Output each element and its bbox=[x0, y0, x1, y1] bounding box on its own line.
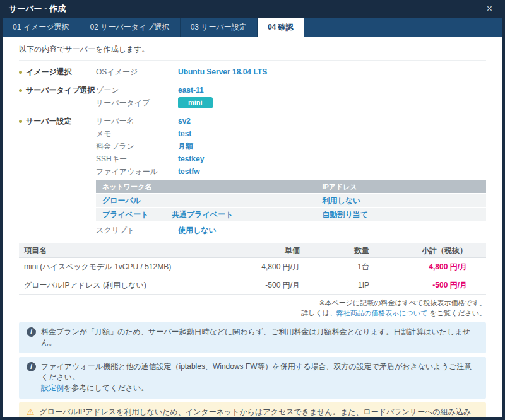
section-server-type-rows: ゾーン east-11 サーバータイプ mini bbox=[96, 85, 486, 110]
firewall-note-line1: ファイアウォール機能と他の通信設定（iptables、Windows FW等）を… bbox=[41, 362, 472, 382]
info-icon bbox=[27, 327, 36, 337]
plan-value: 月額 bbox=[178, 141, 193, 152]
server-type-label: サーバータイプ bbox=[96, 98, 178, 108]
unit-price-header: 単価 bbox=[205, 245, 300, 256]
script-value: 使用しない bbox=[178, 225, 217, 236]
pricing-table: 項目名 単価 数量 小計（税抜） mini (ハイスペックモデル 1vCPU /… bbox=[19, 243, 486, 295]
summary-row-server-name: サーバー名 sv2 bbox=[96, 115, 486, 127]
item-name: mini (ハイスペックモデル 1vCPU / 512MB) bbox=[19, 262, 205, 272]
firewall-label: ファイアウォール bbox=[96, 166, 178, 177]
server-name-value: sv2 bbox=[178, 117, 191, 125]
confirm-panel: 以下の内容でサーバーを作成します。 イメージ選択 OSイメージ Ubuntu S… bbox=[3, 37, 502, 417]
firewall-note-text: ファイアウォール機能と他の通信設定（iptables、Windows FW等）を… bbox=[41, 361, 478, 394]
wizard-tabbar: 01 イメージ選択 02 サーバータイプ選択 03 サーバー設定 04 確認 bbox=[3, 18, 502, 37]
ssh-key-label: SSHキー bbox=[96, 154, 178, 165]
ip-address-header: IPアドレス bbox=[322, 182, 486, 192]
tab-image-select[interactable]: 01 イメージ選択 bbox=[3, 18, 80, 37]
network-ip-value: 利用しない bbox=[322, 195, 486, 206]
section-bullet-icon bbox=[19, 71, 22, 74]
item-name: グローバルIPアドレス (利用しない) bbox=[19, 280, 205, 291]
pricing-table-header: 項目名 単価 数量 小計（税抜） bbox=[19, 243, 486, 258]
info-icon bbox=[27, 362, 36, 371]
section-server-settings-rows: サーバー名 sv2 メモ test 料金プラン 月額 SSHキー testkey… bbox=[96, 115, 486, 237]
tab-server-type[interactable]: 02 サーバータイプ選択 bbox=[80, 18, 181, 37]
network-table-row: グローバル 利用しない bbox=[96, 193, 486, 207]
warning-text: グローバルIPアドレスを利用しないため、インターネットからはアクセスできません。… bbox=[40, 407, 478, 417]
firewall-note-suffix: を参考にしてください。 bbox=[64, 383, 148, 392]
tab-confirm[interactable]: 04 確認 bbox=[258, 18, 304, 37]
tax-note-line1: ※本ページに記載の料金はすべて税抜表示価格です。 bbox=[319, 299, 486, 306]
summary-row-script: スクリプト 使用しない bbox=[96, 225, 486, 236]
section-title: サーバー設定 bbox=[26, 116, 72, 127]
server-name-label: サーバー名 bbox=[96, 116, 178, 127]
memo-value: test bbox=[178, 129, 191, 138]
subtotal: -500 円/月 bbox=[369, 280, 486, 291]
subtotal-header: 小計（税抜） bbox=[369, 245, 486, 256]
summary-row-server-type: サーバータイプ mini bbox=[96, 97, 486, 108]
network-table-header: ネットワーク名 IPアドレス bbox=[96, 180, 486, 193]
network-sub-name: 共通プライベート bbox=[172, 209, 233, 220]
network-name-header: ネットワーク名 bbox=[96, 182, 322, 192]
summary-row-ssh-key: SSHキー testkey bbox=[96, 153, 486, 165]
firewall-value: testfw bbox=[178, 167, 200, 176]
tax-note: ※本ページに記載の料金はすべて税抜表示価格です。 詳しくは、弊社商品の価格表示に… bbox=[19, 298, 486, 318]
server-type-badge: mini bbox=[178, 97, 213, 108]
warning-icon bbox=[27, 407, 35, 417]
quantity-header: 数量 bbox=[300, 245, 369, 256]
section-server-type: サーバータイプ選択 ゾーン east-11 サーバータイプ mini bbox=[19, 85, 486, 110]
warning-line1: グローバルIPアドレスを利用しないため、インターネットからはアクセスできません。… bbox=[40, 407, 472, 417]
section-server-type-title: サーバータイプ選択 bbox=[19, 85, 96, 96]
section-image-select: イメージ選択 OSイメージ Ubuntu Server 18.04 LTS bbox=[19, 66, 486, 79]
dialog-title: サーバー - 作成 bbox=[9, 3, 66, 15]
network-name: プライベート bbox=[102, 209, 172, 220]
summary-row-os-image: OSイメージ Ubuntu Server 18.04 LTS bbox=[96, 66, 486, 78]
script-label: スクリプト bbox=[96, 225, 178, 236]
summary-row-memo: メモ test bbox=[96, 128, 486, 139]
intro-text: 以下の内容でサーバーを作成します。 bbox=[19, 40, 486, 61]
global-ip-warning-note: グローバルIPアドレスを利用しないため、インターネットからはアクセスできません。… bbox=[19, 402, 486, 417]
section-image-title: イメージ選択 bbox=[19, 66, 96, 78]
section-bullet-icon bbox=[19, 89, 22, 92]
zone-value: east-11 bbox=[178, 86, 204, 95]
close-icon[interactable]: × bbox=[483, 4, 496, 14]
unit-price: 4,800 円/月 bbox=[205, 262, 300, 272]
section-title: イメージ選択 bbox=[26, 67, 72, 78]
subtotal: 4,800 円/月 bbox=[369, 262, 486, 272]
plan-label: 料金プラン bbox=[96, 141, 178, 152]
memo-label: メモ bbox=[96, 129, 178, 139]
pricing-table-row: mini (ハイスペックモデル 1vCPU / 512MB) 4,800 円/月… bbox=[19, 258, 486, 276]
pricing-table-row: グローバルIPアドレス (利用しない) -500 円/月 1IP -500 円/… bbox=[19, 276, 486, 295]
summary-row-plan: 料金プラン 月額 bbox=[96, 141, 486, 152]
network-name: グローバル bbox=[102, 195, 172, 206]
ssh-key-value: testkey bbox=[178, 155, 204, 163]
tax-note-line2-suffix: をご覧ください。 bbox=[427, 309, 486, 317]
price-display-link[interactable]: 弊社商品の価格表示について bbox=[336, 309, 427, 317]
firewall-info-note: ファイアウォール機能と他の通信設定（iptables、Windows FW等）を… bbox=[19, 357, 486, 399]
zone-label: ゾーン bbox=[96, 85, 178, 96]
tab-server-settings[interactable]: 03 サーバー設定 bbox=[181, 18, 258, 37]
section-title: サーバータイプ選択 bbox=[26, 85, 95, 96]
unit-price: -500 円/月 bbox=[205, 280, 300, 291]
quantity: 1IP bbox=[300, 281, 369, 289]
network-table: ネットワーク名 IPアドレス グローバル 利用しない プライベート 共通 bbox=[96, 180, 486, 221]
dialog-titlebar: サーバー - 作成 × bbox=[3, 0, 502, 18]
server-create-dialog: サーバー - 作成 × 01 イメージ選択 02 サーバータイプ選択 03 サー… bbox=[0, 0, 505, 420]
item-name-header: 項目名 bbox=[19, 245, 205, 256]
section-bullet-icon bbox=[19, 120, 22, 123]
section-server-settings: サーバー設定 サーバー名 sv2 メモ test 料金プラン 月額 SSHキー … bbox=[19, 115, 486, 237]
plan-info-note: 料金プランが「月額」のため、サーバー起動日時などに関わらず、ご利用料金は月額料金… bbox=[19, 322, 486, 353]
summary-row-firewall: ファイアウォール testfw bbox=[96, 166, 486, 177]
network-table-row: プライベート 共通プライベート 自動割り当て bbox=[96, 207, 486, 221]
tax-note-line2-prefix: 詳しくは、 bbox=[301, 309, 336, 317]
config-example-link[interactable]: 設定例 bbox=[41, 383, 64, 392]
section-image-rows: OSイメージ Ubuntu Server 18.04 LTS bbox=[96, 66, 486, 79]
summary-row-zone: ゾーン east-11 bbox=[96, 85, 486, 96]
plan-note-text: 料金プランが「月額」のため、サーバー起動日時などに関わらず、ご利用料金は月額料金… bbox=[41, 327, 478, 349]
os-image-label: OSイメージ bbox=[96, 67, 178, 78]
network-ip-value: 自動割り当て bbox=[322, 209, 486, 220]
section-server-settings-title: サーバー設定 bbox=[19, 115, 96, 127]
quantity: 1台 bbox=[300, 262, 369, 272]
os-image-value: Ubuntu Server 18.04 LTS bbox=[178, 67, 267, 76]
